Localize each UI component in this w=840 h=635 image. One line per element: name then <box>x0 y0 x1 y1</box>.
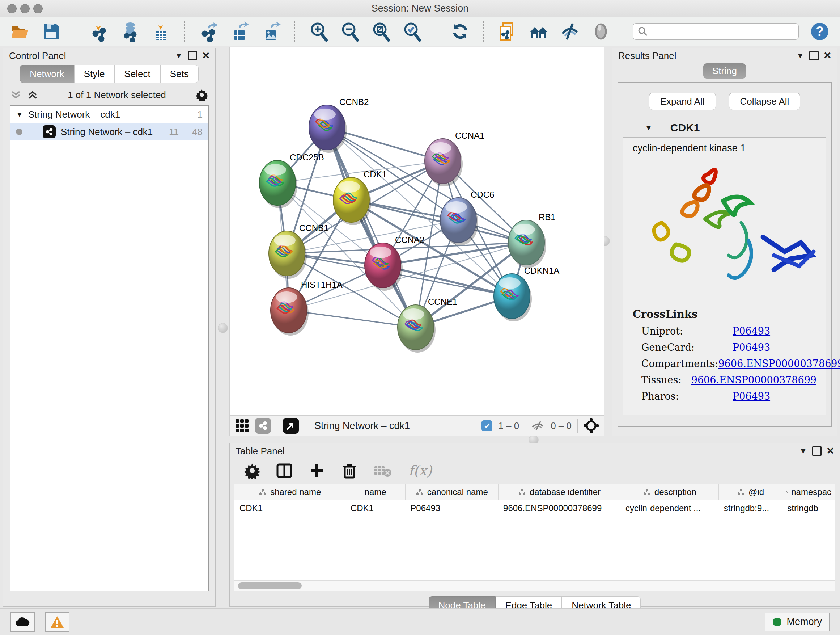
crosslink-link[interactable]: P06493 <box>733 391 770 402</box>
panel-collapse-icon[interactable]: ▼ <box>796 52 804 60</box>
network-view-icon[interactable] <box>255 418 271 434</box>
open-session-icon[interactable] <box>10 21 30 42</box>
table-cell[interactable]: cyclin-dependent ... <box>621 500 719 516</box>
grid-view-icon[interactable] <box>235 418 249 433</box>
crosslink-link[interactable]: 9606.ENSP00000378699 <box>691 374 816 386</box>
table-row[interactable]: CDK1CDK1P064939606.ENSP00000378699cyclin… <box>234 500 835 516</box>
column-header-@id[interactable]: @id <box>719 485 783 500</box>
show-eye-icon[interactable] <box>591 21 611 42</box>
panel-close-icon[interactable]: × <box>824 49 831 61</box>
table-cell[interactable]: stringdb:9... <box>719 500 783 516</box>
tab-style[interactable]: Style <box>74 65 115 83</box>
section-expand-icon[interactable]: ▼ <box>645 124 652 132</box>
network-collection-row[interactable]: ▼ String Network – cdk1 1 <box>10 106 208 123</box>
edge-ccnb2-ccne1[interactable] <box>327 127 416 327</box>
column-header-namespac[interactable]: namespac <box>782 485 835 500</box>
crosslink-row: Pharos:P06493 <box>641 391 816 402</box>
panel-collapse-icon[interactable]: ▼ <box>799 447 807 455</box>
column-header-shared-name[interactable]: shared name <box>234 485 346 500</box>
network-canvas[interactable]: CCNB2CCNA1CDC25BCDK1CDC6RB1CCNB1CCNA2CDK… <box>229 47 604 416</box>
toolbar-separator <box>277 418 277 433</box>
tab-string[interactable]: String <box>703 63 746 79</box>
column-header-name[interactable]: name <box>346 485 405 500</box>
node-ccna1[interactable]: CCNA1 <box>425 131 485 187</box>
cloud-button[interactable] <box>10 612 35 632</box>
table-settings-gear-icon[interactable] <box>244 463 260 478</box>
function-builder-button[interactable]: f(x) <box>409 463 432 478</box>
hide-selected-icon[interactable] <box>560 21 580 42</box>
warning-button[interactable] <box>45 612 69 632</box>
node-rb1[interactable]: RB1 <box>508 212 556 268</box>
node-ccnb1[interactable]: CCNB1 <box>269 223 328 279</box>
delete-table-icon[interactable] <box>374 463 393 478</box>
annotation-icon[interactable] <box>497 21 518 42</box>
gear-icon[interactable] <box>196 89 208 101</box>
detach-view-icon[interactable] <box>283 418 299 434</box>
table-hscrollbar[interactable] <box>234 580 835 591</box>
tab-network[interactable]: Network <box>20 65 74 83</box>
panel-float-icon[interactable] <box>812 447 821 456</box>
column-header-canonical-name[interactable]: canonical name <box>405 485 498 500</box>
tree-expand-icon[interactable]: ▼ <box>16 111 23 119</box>
zoom-fit-icon[interactable] <box>371 21 392 42</box>
network-row[interactable]: String Network – cdk1 11 48 <box>10 123 208 141</box>
table-cell[interactable]: CDK1 <box>346 500 405 516</box>
import-table-icon[interactable] <box>151 21 172 42</box>
network-status-dot <box>16 128 22 135</box>
search-input[interactable] <box>633 23 799 40</box>
node-ccnb2[interactable]: CCNB2 <box>309 97 369 153</box>
delete-column-icon[interactable] <box>341 462 358 479</box>
panel-close-icon[interactable]: × <box>827 444 834 456</box>
tab-select[interactable]: Select <box>114 65 160 83</box>
expand-all-icon[interactable] <box>27 89 38 100</box>
crosslink-label: Uniprot: <box>641 325 733 337</box>
hidden-counts: 0 – 0 <box>551 420 572 432</box>
help-icon[interactable]: ? <box>810 21 830 42</box>
panel-float-icon[interactable] <box>188 51 197 60</box>
crosslink-link[interactable]: P06493 <box>733 342 770 353</box>
node-hist1h1a[interactable]: HIST1H1A <box>271 280 343 336</box>
zoom-in-icon[interactable] <box>309 21 329 42</box>
node-ccne1[interactable]: CCNE1 <box>398 297 457 353</box>
panel-collapse-icon[interactable]: ▼ <box>175 52 183 60</box>
import-database-icon[interactable] <box>120 21 141 42</box>
network-selection-status: 1 of 1 Network selected <box>44 89 190 101</box>
home-icon[interactable] <box>529 21 549 42</box>
node-details-header[interactable]: ▼ CDK1 <box>623 119 826 138</box>
node-cdkn1a[interactable]: CDKN1A <box>494 266 559 321</box>
hscrollbar-thumb[interactable] <box>238 582 302 589</box>
title-bar: Session: New Session <box>0 0 840 17</box>
table-cell[interactable]: CDK1 <box>234 500 346 516</box>
zoom-selected-icon[interactable] <box>402 21 423 42</box>
warning-icon <box>50 616 65 629</box>
import-network-icon[interactable] <box>89 21 109 42</box>
birdseye-icon[interactable] <box>584 418 599 433</box>
export-network-icon[interactable] <box>199 21 219 42</box>
column-header-database-identifier[interactable]: database identifier <box>498 485 621 500</box>
collapse-all-button[interactable]: Collapse All <box>729 93 801 110</box>
save-session-icon[interactable] <box>41 21 62 42</box>
selected-checkbox-icon[interactable] <box>482 420 493 431</box>
left-splitter-handle[interactable] <box>218 323 228 333</box>
expand-all-button[interactable]: Expand All <box>649 93 716 110</box>
node-label: CDK1 <box>363 169 387 179</box>
node-cdc25b[interactable]: CDC25B <box>259 152 324 208</box>
memory-button[interactable]: Memory <box>765 613 830 631</box>
crosslink-link[interactable]: P06493 <box>733 325 770 337</box>
zoom-out-icon[interactable] <box>340 21 360 42</box>
table-cell[interactable]: stringdb <box>782 500 835 516</box>
export-image-icon[interactable] <box>261 21 281 42</box>
tab-sets[interactable]: Sets <box>160 65 199 83</box>
table-cell[interactable]: 9606.ENSP00000378699 <box>498 500 621 516</box>
collapse-all-icon[interactable] <box>11 89 21 100</box>
crosslink-link[interactable]: 9606.ENSP00000378699 <box>718 358 840 369</box>
show-columns-icon[interactable] <box>276 462 293 479</box>
panel-close-icon[interactable]: × <box>202 49 210 61</box>
table-cell[interactable]: P06493 <box>405 500 498 516</box>
export-table-icon[interactable] <box>230 21 250 42</box>
refresh-icon[interactable] <box>450 21 470 42</box>
add-column-icon[interactable] <box>309 462 325 479</box>
toolbar-separator <box>185 21 186 42</box>
column-header-description[interactable]: description <box>621 485 719 500</box>
panel-float-icon[interactable] <box>809 51 819 60</box>
